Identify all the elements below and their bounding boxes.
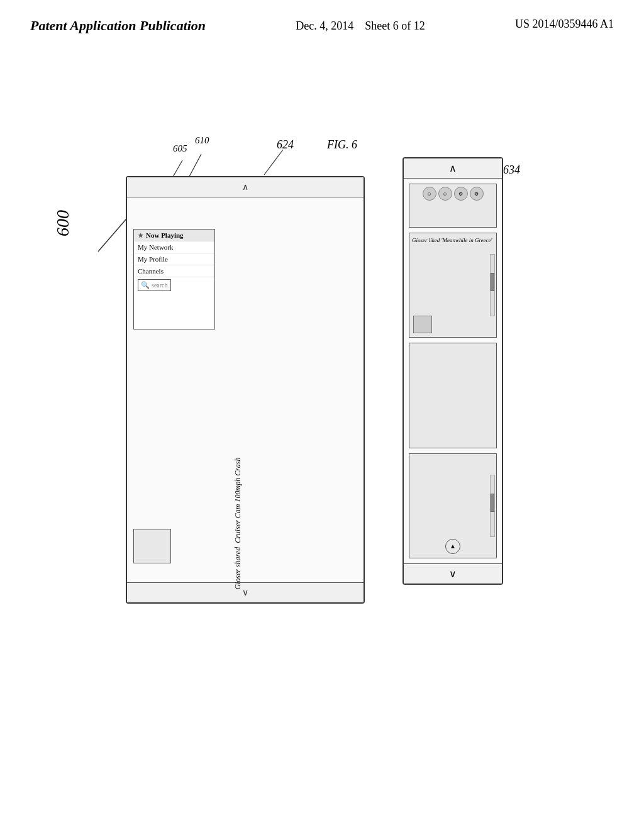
right-item-2 <box>409 343 497 448</box>
right-panel-top-634: ∧ <box>404 158 502 179</box>
page-header: Patent Application Publication Dec. 4, 2… <box>0 0 644 35</box>
publication-date: Dec. 4, 2014 <box>296 19 353 32</box>
menu-item-search[interactable]: 🔍 search <box>134 277 214 293</box>
ref-605: 605 <box>173 143 187 154</box>
chevron-down-icon: ∨ <box>242 587 248 598</box>
right-chevron-down-icon: ∨ <box>449 568 457 580</box>
ref-600: 600 <box>53 210 73 236</box>
notification-text-liked: Gioser liked 'Meanwhile in Greece' <box>412 237 494 245</box>
search-box[interactable]: 🔍 search <box>138 279 171 291</box>
right-chevron-up-icon: ∧ <box>449 162 457 174</box>
menu-label-my-network: My Network <box>138 243 174 251</box>
content-area-620: ★ Now Playing My Network My Profile Chan… <box>127 197 364 582</box>
sheet-info: Sheet 6 of 12 <box>365 19 425 32</box>
notification-item-liked: Gioser liked 'Meanwhile in Greece' <box>409 233 497 338</box>
menu-label-now-playing: Now Playing <box>146 231 184 239</box>
publication-title: Patent Application Publication <box>30 18 206 34</box>
menu-label-my-profile: My Profile <box>138 255 168 263</box>
chevron-up-icon: ∧ <box>242 182 248 192</box>
menu-label-channels: Channels <box>138 267 164 275</box>
bottom-bar-622: ∨ <box>127 582 364 602</box>
ref-610: 610 <box>195 135 209 146</box>
right-item-3: ▲ <box>409 453 497 558</box>
thumbnail-main <box>133 529 171 563</box>
ref-624: 624 <box>277 138 294 152</box>
main-phone-frame: ∧ ★ Now Playing My Network My Profile <box>126 176 365 604</box>
play-button[interactable]: ▲ <box>445 539 460 554</box>
figure-label: FIG. 6 <box>327 138 357 152</box>
search-icon: 🔍 <box>141 281 150 289</box>
search-label: search <box>152 282 168 289</box>
header-date-sheet: Dec. 4, 2014 Sheet 6 of 12 <box>296 18 425 35</box>
scrollbar-track[interactable] <box>490 254 495 316</box>
scrollbar-thumb-2[interactable] <box>491 494 494 512</box>
patent-number: US 2014/0359446 A1 <box>515 18 614 31</box>
profile-icons-area: ☺ ☺ ⚙ ⚙ <box>409 184 497 228</box>
notification-thumb <box>413 316 432 333</box>
menu-item-channels[interactable]: Channels <box>134 265 214 277</box>
right-panel-bottom-632: ∨ <box>404 563 502 584</box>
notification-shared: Gioser shared Cruiser Cam 100mph Crash <box>233 458 243 590</box>
right-panel-content: ☺ ☺ ⚙ ⚙ Gioser liked 'Meanwhile in Greec… <box>404 179 502 563</box>
profile-icon-3: ⚙ <box>454 187 468 201</box>
scrollbar-thumb[interactable] <box>491 273 494 291</box>
scrollbar-track-2[interactable] <box>490 475 495 537</box>
menu-panel-610: ★ Now Playing My Network My Profile Chan… <box>133 229 215 329</box>
svg-line-4 <box>264 150 283 175</box>
diagram-area: FIG. 6 600 605 610 624 620 <box>38 101 616 780</box>
right-panel-630: ∧ ☺ ☺ ⚙ ⚙ Gioser liked 'Meanwhile in Gre… <box>402 157 503 585</box>
menu-item-my-network[interactable]: My Network <box>134 241 214 253</box>
profile-icon-1: ☺ <box>423 187 436 201</box>
profile-icon-4: ⚙ <box>470 187 484 201</box>
menu-item-now-playing[interactable]: ★ Now Playing <box>134 230 214 241</box>
star-icon: ★ <box>138 232 143 239</box>
top-bar-624: ∧ <box>127 177 364 197</box>
menu-item-my-profile[interactable]: My Profile <box>134 253 214 265</box>
profile-icon-2: ☺ <box>438 187 452 201</box>
ref-634: 634 <box>503 163 520 177</box>
